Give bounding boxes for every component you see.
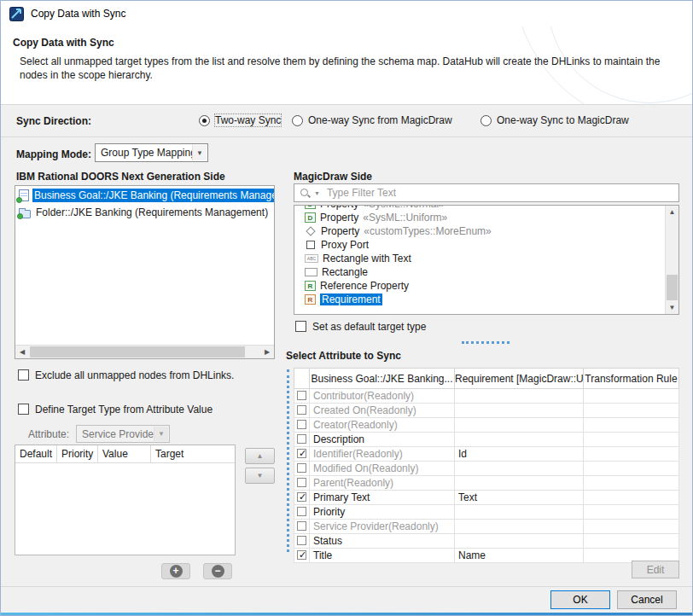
column-source: Business Goal::/JKE Banking... <box>310 369 455 389</box>
copy-data-with-sync-dialog: Copy Data with Sync Copy Data with Sync … <box>0 0 693 616</box>
attr-row-priority[interactable]: Priority <box>294 505 679 520</box>
checkbox-icon <box>18 369 29 381</box>
column-target: Target <box>151 445 235 462</box>
plus-icon: + <box>170 565 183 578</box>
tree-item-folder[interactable]: Folder::/JKE Banking (Requirements Manag… <box>15 205 274 220</box>
sync-direction-row: Sync Direction: Two-way Sync One-way Syn… <box>1 106 692 137</box>
set-default-target-checkbox[interactable]: Set as default target type <box>295 321 426 333</box>
scrollbar-thumb[interactable] <box>30 346 245 357</box>
checkbox-icon[interactable] <box>297 507 306 516</box>
scroll-up-icon[interactable]: ▲ <box>666 206 678 218</box>
enum-property-icon <box>306 226 315 235</box>
vertical-splitter-handle[interactable] <box>287 369 289 552</box>
ok-button[interactable]: OK <box>550 590 610 609</box>
tree-item-label: Folder::/JKE Banking (Requirements Manag… <box>34 206 274 219</box>
mapping-mode-value: Group Type Mapping <box>101 147 196 159</box>
attr-row-title[interactable]: Title Name <box>294 549 679 563</box>
attribute-label: Attribute: <box>28 428 69 440</box>
attr-row-primary-text[interactable]: Primary Text Text <box>294 491 679 505</box>
horizontal-splitter-handle[interactable] <box>462 341 510 344</box>
attr-row-creator[interactable]: Creator(Readonly) <box>294 418 679 433</box>
checkbox-icon[interactable] <box>297 536 306 545</box>
checkbox-icon[interactable] <box>297 405 306 415</box>
tree-item-label: Rectangle <box>322 266 368 278</box>
value-table-header: Default Priority Value Target <box>15 445 235 463</box>
attr-row-identifier[interactable]: Identifier(Readonly) Id <box>294 447 679 462</box>
vertical-scrollbar[interactable]: ▲ ▼ <box>665 206 678 314</box>
add-row-button[interactable]: + <box>161 563 190 579</box>
attr-row-service-provider[interactable]: Service Provider(Readonly) <box>294 520 679 534</box>
checkbox-icon[interactable] <box>297 391 306 400</box>
column-default: Default <box>15 445 57 462</box>
rectangle-icon <box>305 268 317 276</box>
attr-row-contributor[interactable]: Contributor(Readonly) <box>294 389 679 404</box>
footer-separator <box>1 586 692 587</box>
tree-item-rectangle[interactable]: Rectangle <box>294 265 665 279</box>
radio-one-way-to-magicdraw[interactable]: One-way Sync to MagicDraw <box>480 114 629 126</box>
tree-item-business-goal[interactable]: Business Goal::/JKE Banking (Requirement… <box>15 188 274 203</box>
checkbox-icon[interactable] <box>297 478 306 487</box>
exclude-unmapped-checkbox[interactable]: Exclude all unmapped nodes from DHLinks. <box>18 369 234 381</box>
rectangle-with-text-icon <box>305 254 318 263</box>
radio-two-way-sync[interactable]: Two-way Sync <box>199 114 281 126</box>
magicdraw-tree-rows: Property «SysML::Normal» Property «SysML… <box>294 206 665 314</box>
scroll-down-icon[interactable]: ▼ <box>666 301 678 314</box>
checkbox-icon[interactable] <box>297 449 306 458</box>
horizontal-scrollbar[interactable]: ◀ ▶ <box>15 345 274 358</box>
radio-icon <box>480 115 492 126</box>
checkbox-icon[interactable] <box>297 434 306 444</box>
mapping-mode-label: Mapping Mode: <box>16 148 91 160</box>
scroll-right-icon[interactable]: ▶ <box>260 346 274 358</box>
scroll-left-icon[interactable]: ◀ <box>15 346 29 358</box>
column-priority: Priority <box>57 445 98 462</box>
folder-icon <box>19 210 31 218</box>
checkbox-label: Exclude all unmapped nodes from DHLinks. <box>35 369 234 381</box>
tree-item-label: Property <box>320 206 358 210</box>
banner: Copy Data with Sync Select all unmapped … <box>1 26 692 105</box>
tree-item-requirement[interactable]: Requirement <box>294 293 665 306</box>
tree-item-property-uniform[interactable]: Property «SysML::Uniform» <box>294 211 665 224</box>
scrollbar-thumb[interactable] <box>667 275 678 300</box>
title-bar[interactable]: Copy Data with Sync <box>1 1 692 26</box>
banner-description-line1: Select all unmapped target types from th… <box>20 55 660 68</box>
magicdraw-side-title: MagicDraw Side <box>294 171 372 183</box>
tree-item-label: Requirement <box>320 293 382 305</box>
move-down-button[interactable]: ▼ <box>245 468 275 484</box>
define-target-type-checkbox[interactable]: Define Target Type from Attribute Value <box>18 404 213 416</box>
checkbox-icon <box>18 404 29 415</box>
banner-description: Select all unmapped target types from th… <box>20 55 660 82</box>
attribute-sync-table: Business Goal::/JKE Banking... Requireme… <box>294 368 679 563</box>
tree-item-rectangle-with-text[interactable]: Rectangle with Text <box>294 252 665 265</box>
move-up-button[interactable]: ▲ <box>245 448 275 464</box>
checkbox-icon <box>295 321 306 332</box>
tree-item-proxy-port[interactable]: Proxy Port <box>294 238 665 252</box>
remove-row-button[interactable]: − <box>203 563 232 579</box>
tree-item-reference-property[interactable]: Reference Property <box>294 279 665 293</box>
checkbox-icon[interactable] <box>297 463 306 473</box>
attribute-select[interactable]: Service Provider ▼ <box>76 425 170 443</box>
edit-button[interactable]: Edit <box>632 561 679 578</box>
tree-item-property-moreenum[interactable]: Property «customTypes::MoreEnum» <box>294 224 665 238</box>
chevron-down-icon: ▼ <box>154 427 168 441</box>
tree-item-label: Property <box>320 212 358 224</box>
attr-row-parent[interactable]: Parent(Readonly) <box>294 476 679 491</box>
attr-row-modified-on[interactable]: Modified On(Readonly) <box>294 462 679 476</box>
type-filter-input[interactable]: ▼ Type Filter Text <box>294 183 679 202</box>
mapping-mode-select[interactable]: Group Type Mapping ▼ <box>95 143 208 162</box>
attr-row-status[interactable]: Status <box>294 534 679 549</box>
checkbox-icon[interactable] <box>297 420 306 429</box>
app-icon <box>9 7 24 21</box>
cancel-button[interactable]: Cancel <box>617 590 677 609</box>
attr-row-created-on[interactable]: Created On(Readonly) <box>294 404 679 418</box>
tree-item-stereotype: «customTypes::MoreEnum» <box>364 225 491 237</box>
doors-side-title: IBM Rational DOORS Next Generation Side <box>16 171 225 183</box>
attr-row-description[interactable]: Description <box>294 433 679 447</box>
checkbox-icon[interactable] <box>297 550 306 560</box>
radio-icon <box>292 115 303 126</box>
checkbox-icon[interactable] <box>297 492 306 502</box>
checkbox-icon[interactable] <box>297 521 306 531</box>
radio-selected-icon <box>199 115 210 126</box>
sync-direction-label: Sync Direction: <box>16 115 91 127</box>
radio-one-way-from-magicdraw[interactable]: One-way Sync from MagicDraw <box>292 114 452 126</box>
radio-label: One-way Sync to MagicDraw <box>497 114 629 126</box>
